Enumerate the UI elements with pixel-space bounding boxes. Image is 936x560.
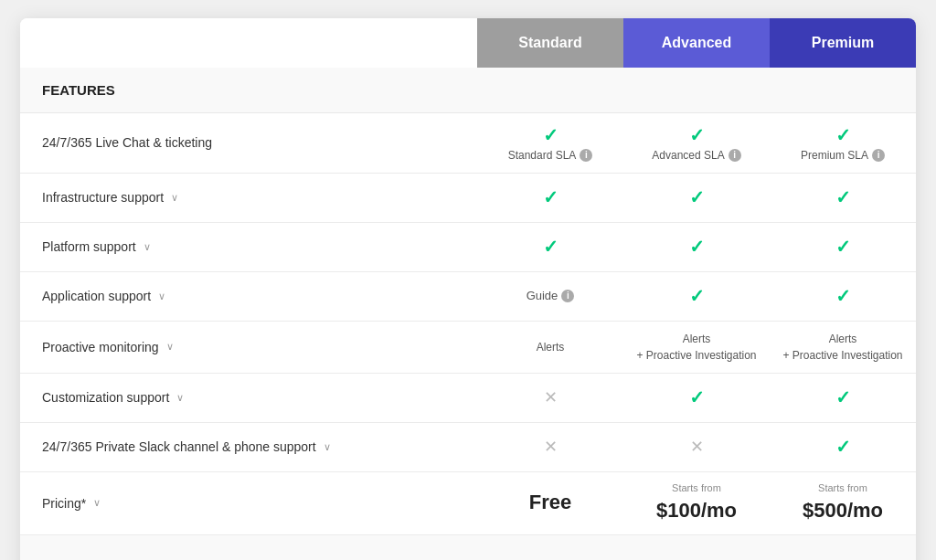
cell-monitoring-premium: Alerts + Proactive Investigation <box>770 322 916 373</box>
chevron-down-icon[interactable]: ∨ <box>171 192 178 204</box>
chevron-down-icon[interactable]: ∨ <box>144 241 151 253</box>
header-spacer <box>20 18 477 68</box>
cta-row: START FREE GET IN TOUCH GET IN TOUCH <box>20 534 916 560</box>
guide-label: Guide i <box>526 288 575 304</box>
check-icon: ✓ <box>835 122 851 148</box>
feature-row-slack: 24/7/365 Private Slack channel & phone s… <box>20 423 916 472</box>
cell-infrastructure-advanced: ✓ <box>623 175 770 219</box>
cell-monitoring-advanced: Alerts + Proactive Investigation <box>623 322 770 373</box>
plan-headers: Standard Advanced Premium <box>20 18 916 68</box>
plan-header-standard: Standard <box>477 18 623 68</box>
cell-live-chat-advanced: ✓ Advanced SLA i <box>623 113 770 173</box>
check-icon: ✓ <box>689 185 705 210</box>
pricing-table: Standard Advanced Premium FEATURES 24/7/… <box>20 18 916 560</box>
check-icon: ✓ <box>543 234 558 259</box>
cell-platform-premium: ✓ <box>770 225 916 269</box>
price-starts-from-premium: Starts from <box>818 481 867 495</box>
feature-row-infrastructure: Infrastructure support ∨ ✓ ✓ ✓ <box>20 174 916 223</box>
cell-application-advanced: ✓ <box>623 274 770 318</box>
cta-spacer <box>20 554 477 560</box>
cross-icon: ✕ <box>544 386 558 409</box>
info-icon[interactable]: i <box>561 290 574 302</box>
feature-row-live-chat: 24/7/365 Live Chat & ticketing ✓ Standar… <box>20 113 916 174</box>
cell-platform-standard: ✓ <box>477 225 623 269</box>
cell-customization-standard: ✕ <box>477 377 623 418</box>
cta-advanced: GET IN TOUCH <box>623 554 770 560</box>
check-icon: ✓ <box>689 234 705 259</box>
cell-customization-advanced: ✓ <box>623 375 770 419</box>
feature-row-pricing: Pricing* ∨ Free Starts from $100/mo Star… <box>20 472 916 534</box>
cell-slack-premium: ✓ <box>770 425 916 469</box>
cross-icon: ✕ <box>690 436 704 459</box>
check-icon: ✓ <box>835 234 851 259</box>
cell-live-chat-premium: ✓ Premium SLA i <box>770 113 916 173</box>
chevron-down-icon[interactable]: ∨ <box>93 497 101 509</box>
feature-name-platform: Platform support ∨ <box>20 228 477 265</box>
alerts-text-standard: Alerts <box>537 339 565 355</box>
feature-name-monitoring: Proactive monitoring ∨ <box>20 329 477 365</box>
price-free: Free <box>529 489 571 517</box>
feature-row-application: Application support ∨ Guide i ✓ ✓ <box>20 272 916 322</box>
cell-slack-advanced: ✕ <box>623 427 770 468</box>
cell-pricing-premium: Starts from $500/mo <box>770 472 916 534</box>
feature-row-monitoring: Proactive monitoring ∨ Alerts Alerts + P… <box>20 322 916 374</box>
check-icon: ✓ <box>689 122 705 148</box>
check-icon: ✓ <box>835 283 851 309</box>
cell-platform-advanced: ✓ <box>623 225 770 269</box>
features-label: FEATURES <box>20 68 916 113</box>
cell-customization-premium: ✓ <box>770 375 916 419</box>
cell-infrastructure-premium: ✓ <box>770 175 916 219</box>
alerts-text-premium: Alerts + Proactive Investigation <box>782 331 902 364</box>
feature-row-customization: Customization support ∨ ✕ ✓ ✓ <box>20 374 916 423</box>
info-icon[interactable]: i <box>729 149 741 162</box>
plan-header-advanced: Advanced <box>623 18 770 68</box>
feature-name-infrastructure: Infrastructure support ∨ <box>20 179 477 216</box>
check-icon: ✓ <box>689 283 705 309</box>
cell-pricing-advanced: Starts from $100/mo <box>623 472 770 534</box>
feature-row-platform: Platform support ∨ ✓ ✓ ✓ <box>20 223 916 272</box>
cell-monitoring-standard: Alerts <box>477 330 623 365</box>
cell-infrastructure-standard: ✓ <box>477 175 623 219</box>
chevron-down-icon[interactable]: ∨ <box>158 291 165 302</box>
info-icon[interactable]: i <box>872 149 885 162</box>
sla-advanced: Advanced SLA i <box>652 148 740 164</box>
check-icon: ✓ <box>543 185 558 210</box>
chevron-down-icon[interactable]: ∨ <box>176 392 184 404</box>
sla-standard: Standard SLA i <box>508 148 593 164</box>
check-icon: ✓ <box>835 434 851 460</box>
feature-name-slack: 24/7/365 Private Slack channel & phone s… <box>20 428 477 465</box>
cell-live-chat-standard: ✓ Standard SLA i <box>477 113 623 173</box>
sla-premium: Premium SLA i <box>801 148 885 164</box>
chevron-down-icon[interactable]: ∨ <box>324 441 331 453</box>
cta-standard: START FREE <box>477 554 623 560</box>
price-starts-from-advanced: Starts from <box>672 481 721 495</box>
cell-pricing-standard: Free <box>477 480 623 526</box>
alerts-text-advanced: Alerts + Proactive Investigation <box>636 331 756 364</box>
cell-slack-standard: ✕ <box>477 427 623 468</box>
feature-name-application: Application support ∨ <box>20 278 477 314</box>
cta-premium: GET IN TOUCH <box>770 554 916 560</box>
check-icon: ✓ <box>835 185 851 210</box>
info-icon[interactable]: i <box>580 149 592 162</box>
price-advanced: $100/mo <box>656 497 737 525</box>
features-section: FEATURES 24/7/365 Live Chat & ticketing … <box>20 68 916 534</box>
check-icon: ✓ <box>543 122 558 148</box>
cell-application-premium: ✓ <box>770 274 916 318</box>
chevron-down-icon[interactable]: ∨ <box>166 341 174 353</box>
feature-name-pricing: Pricing* ∨ <box>20 485 477 522</box>
check-icon: ✓ <box>689 385 705 410</box>
price-premium: $500/mo <box>803 497 883 525</box>
cell-application-standard: Guide i <box>477 279 623 313</box>
feature-name-customization: Customization support ∨ <box>20 379 477 416</box>
plan-header-premium: Premium <box>770 18 916 68</box>
feature-name-live-chat: 24/7/365 Live Chat & ticketing <box>20 124 477 161</box>
cross-icon: ✕ <box>544 436 558 459</box>
check-icon: ✓ <box>835 385 851 410</box>
